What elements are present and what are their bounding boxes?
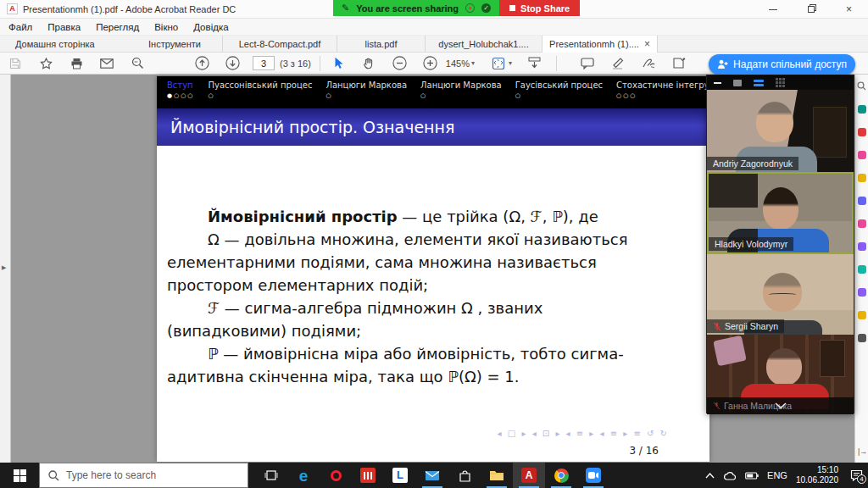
search-icon[interactable] xyxy=(857,81,866,91)
shield-check-icon[interactable]: ✓ xyxy=(481,3,491,13)
acrobat-logo-icon: A xyxy=(7,3,18,14)
record-icon[interactable] xyxy=(465,3,475,13)
feather-icon[interactable]: ✎ xyxy=(342,3,349,14)
tray-chevron-icon[interactable] xyxy=(705,473,715,479)
nav-section[interactable]: Ланцюги Маркова ○ xyxy=(326,80,407,108)
star-icon[interactable] xyxy=(36,55,56,72)
language-indicator[interactable]: ENG xyxy=(767,470,787,480)
tab-bar: Домашня сторінка Інструменти Lect-8-Comp… xyxy=(0,36,868,53)
tools-wrench-icon[interactable] xyxy=(858,334,866,342)
chevron-down-icon[interactable]: ▾ xyxy=(471,59,475,67)
speaker-view-icon[interactable] xyxy=(733,80,742,86)
organize-pages-icon[interactable] xyxy=(858,219,866,228)
taskbar-opera[interactable] xyxy=(320,463,352,488)
save-icon[interactable] xyxy=(5,55,25,72)
stop-share-button[interactable]: Stop Share xyxy=(499,0,580,16)
taskbar-edge[interactable]: e xyxy=(287,463,320,488)
video-tile[interactable]: Hladkyi Volodymyr xyxy=(707,172,854,254)
taskbar-acrobat[interactable]: A xyxy=(513,463,545,488)
taskbar-search[interactable]: Type here to search xyxy=(39,463,248,488)
zoom-share-button[interactable]: Надати спільний доступ xyxy=(709,54,855,75)
restore-button[interactable] xyxy=(792,0,830,19)
page-up-icon[interactable] xyxy=(192,55,212,72)
expand-panel-icon[interactable]: ▶ xyxy=(2,264,6,271)
menu-window[interactable]: Вікно xyxy=(154,22,178,32)
page-down-icon[interactable] xyxy=(222,55,242,72)
scroll-mode-icon[interactable] xyxy=(524,55,544,72)
taskbar-mail[interactable] xyxy=(416,463,448,488)
close-button[interactable]: × xyxy=(830,0,868,19)
left-panel-strip[interactable]: ▶ xyxy=(0,75,11,463)
sign-icon[interactable] xyxy=(638,55,659,72)
beamer-nav-symbols[interactable]: ◂ □ ▸ ◂ ⊡ ▸ ◂ ≡ ▸ ◂ ≡ ▸ ≡ ↺ ↻ xyxy=(498,429,669,438)
collapse-chevron-icon[interactable] xyxy=(775,397,787,413)
comment-icon[interactable] xyxy=(577,55,598,72)
hand-tool-icon[interactable] xyxy=(359,55,380,72)
create-pdf-icon[interactable] xyxy=(858,128,866,136)
minimize-button[interactable] xyxy=(754,0,792,19)
zoom-app-icon xyxy=(586,468,601,483)
fill-sign-icon[interactable] xyxy=(669,55,689,72)
menu-help[interactable]: Довідка xyxy=(193,22,228,32)
taskbar-red-app[interactable] xyxy=(352,463,384,488)
onedrive-cloud-icon[interactable] xyxy=(723,471,737,480)
zoom-level-value[interactable]: 145% xyxy=(446,58,470,69)
fit-page-icon[interactable] xyxy=(488,55,509,72)
system-tray: ENG 15:10 10.06.2020 4 xyxy=(705,463,868,488)
tray-clock[interactable]: 15:10 10.06.2020 xyxy=(796,465,838,485)
menu-file[interactable]: Файл xyxy=(8,22,32,32)
print-icon[interactable] xyxy=(66,55,86,72)
task-view-button[interactable] xyxy=(255,463,287,488)
zoom-out-icon[interactable] xyxy=(390,55,410,72)
taskbar-explorer[interactable] xyxy=(481,463,513,488)
minimize-icon[interactable] xyxy=(714,82,721,84)
tab-document-3[interactable]: dysert_Holubchak1.... xyxy=(426,36,542,53)
share-person-icon xyxy=(717,59,728,69)
tab-document-1[interactable]: Lect-8-Compact.pdf xyxy=(222,36,337,53)
tab-document-2[interactable]: lista.pdf xyxy=(337,36,426,53)
page-number-input[interactable] xyxy=(253,56,275,70)
chevron-down-icon[interactable]: ▾ xyxy=(509,59,512,67)
fill-sign-tool-icon[interactable] xyxy=(858,288,866,297)
battery-icon[interactable] xyxy=(745,472,759,480)
taskbar-l-app[interactable]: L xyxy=(384,463,416,488)
taskbar-store[interactable] xyxy=(448,463,481,488)
send-comments-icon[interactable] xyxy=(858,265,866,274)
nav-section[interactable]: Стохастичне інтегрува ○○○ xyxy=(616,80,709,108)
gallery-strip-icon[interactable] xyxy=(754,80,764,86)
find-icon[interactable] xyxy=(127,55,147,72)
nav-section[interactable]: Гаусівський процес ○ xyxy=(515,80,603,108)
tab-document-active[interactable]: Presentationmh (1).... × xyxy=(542,36,658,53)
taskbar-zoom[interactable] xyxy=(577,463,609,488)
highlighter-icon[interactable] xyxy=(608,55,628,72)
tab-home[interactable]: Домашня сторінка xyxy=(0,36,127,53)
edit-pdf-icon[interactable] xyxy=(858,151,866,159)
start-button[interactable] xyxy=(0,463,39,488)
task-view-icon xyxy=(264,469,278,481)
nav-section[interactable]: Пуассонівський процес ○ xyxy=(208,80,312,108)
comment-tool-icon[interactable] xyxy=(858,174,866,182)
tab-tools[interactable]: Інструменти xyxy=(127,36,222,53)
tab-close-icon[interactable]: × xyxy=(644,38,650,50)
video-tile[interactable]: Andriy Zagorodnyuk xyxy=(707,90,854,172)
protect-icon[interactable] xyxy=(858,242,866,251)
taskbar-chrome[interactable] xyxy=(545,463,577,488)
participant-face xyxy=(756,102,793,142)
video-tile[interactable]: Ганна Малицька xyxy=(707,335,854,414)
stamp-icon[interactable] xyxy=(858,311,866,319)
zoom-in-icon[interactable] xyxy=(420,55,441,72)
video-tile[interactable]: Sergii Sharyn xyxy=(707,254,854,335)
email-icon[interactable] xyxy=(97,55,117,72)
combine-files-icon[interactable] xyxy=(858,197,866,205)
nav-section[interactable]: Вступ ●○○○ xyxy=(167,80,194,108)
nav-section[interactable]: Ланцюги Маркова ○ xyxy=(420,80,502,108)
shelf xyxy=(709,174,758,208)
export-pdf-icon[interactable] xyxy=(858,105,866,114)
menu-edit[interactable]: Правка xyxy=(47,22,81,32)
expand-tools-icon[interactable]: |→ xyxy=(858,447,867,456)
notification-button[interactable]: 4 xyxy=(850,469,863,481)
grid-view-icon[interactable] xyxy=(776,78,785,87)
glasses xyxy=(769,293,796,297)
menu-view[interactable]: Перегляд xyxy=(96,22,139,32)
select-tool-icon[interactable] xyxy=(329,55,349,72)
